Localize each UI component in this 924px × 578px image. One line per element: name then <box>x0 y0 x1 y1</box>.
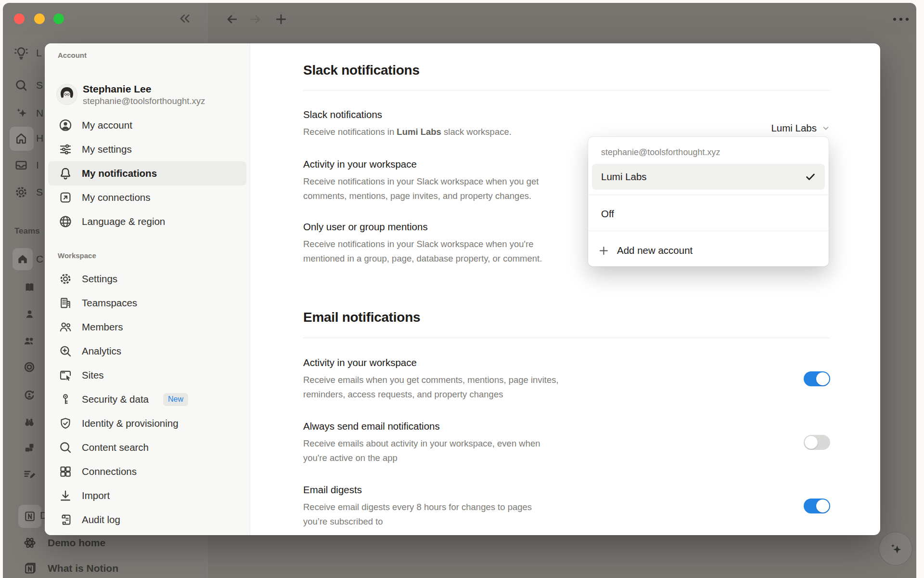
inbox-icon <box>13 158 29 173</box>
person-icon <box>24 308 36 320</box>
sidebar-item-label: Connections <box>82 466 137 477</box>
row-label: Slack notifications <box>303 107 512 122</box>
row-label: Activity in your workspace <box>303 355 559 370</box>
sparkles-icon <box>887 540 904 557</box>
grid-icon <box>58 464 73 479</box>
sidebar-item-label: Content search <box>82 442 149 453</box>
select-value: Lumi Labs <box>771 122 817 134</box>
target-icon <box>23 360 36 374</box>
zoom-window-button[interactable] <box>53 13 64 24</box>
bg-nav-lightbulb: L <box>13 45 42 61</box>
bg-page-label: Demo home <box>48 537 105 549</box>
bg-teamspace-home: C <box>16 253 43 265</box>
settings-modal: Account Stephanie Lee stephanie@toolsfor… <box>45 43 880 535</box>
desc-line: Receive emails about activity in your wo… <box>303 436 540 451</box>
always-send-email-toggle[interactable] <box>804 435 830 450</box>
sparkles-icon <box>13 105 29 121</box>
sidebar-item-identity-provisioning[interactable]: Identity & provisioning <box>48 411 246 435</box>
dropdown-divider <box>588 231 829 231</box>
row-label: Always send email notifications <box>303 419 540 434</box>
sidebar-item-my-account[interactable]: My account <box>48 113 246 137</box>
sidebar-item-language-region[interactable]: Language & region <box>48 210 246 234</box>
ai-sparkle-button <box>879 532 912 565</box>
email-activity-toggle[interactable] <box>804 371 830 386</box>
bg-nav-label: H <box>36 132 43 144</box>
user-name: Stephanie Lee <box>83 83 205 95</box>
bg-nav-settings: S <box>13 184 43 200</box>
sidebar-item-my-connections[interactable]: My connections <box>48 185 246 210</box>
user-identity: Stephanie Lee stephanie@toolsforthought.… <box>83 83 205 106</box>
sidebar-item-label: Teamspaces <box>82 297 137 309</box>
browser-cursor-icon <box>58 368 73 383</box>
sidebar-item-label: Analytics <box>82 345 121 357</box>
home-icon <box>13 131 29 146</box>
bg-nav-label: L <box>36 47 42 59</box>
minimize-window-button[interactable] <box>34 13 45 24</box>
sidebar-item-audit-log[interactable]: Audit log <box>48 508 246 532</box>
sidebar-item-label: Sites <box>82 369 104 381</box>
desc-line: you’re subscribed to <box>303 514 532 529</box>
sidebar-item-label: Language & region <box>82 216 165 227</box>
sidebar-item-sites[interactable]: Sites <box>48 363 246 387</box>
people-group-icon <box>23 334 36 348</box>
bg-nav-ai: N <box>13 105 43 121</box>
bg-nav-inbox: I <box>13 158 39 173</box>
email-digests-toggle[interactable] <box>804 499 830 513</box>
row-text: Always send email notifications Receive … <box>303 419 540 465</box>
desc-line: you're active on the app <box>303 451 540 465</box>
shield-check-icon <box>58 416 73 431</box>
atom-icon <box>23 536 37 550</box>
notifications-content: Slack notifications Slack notifications … <box>250 43 880 535</box>
sidebar-item-label: Members <box>82 321 123 333</box>
sidebar-item-settings[interactable]: Settings <box>48 267 246 291</box>
magnifier-plus-icon <box>58 343 73 359</box>
toggle-knob <box>816 372 829 385</box>
toggle-knob <box>805 436 818 449</box>
sidebar-item-label: Security & data <box>82 394 149 405</box>
user-email: stephanie@toolsforthought.xyz <box>83 95 205 106</box>
dropdown-divider <box>588 195 829 195</box>
workspace-section-label: Workspace <box>58 251 250 260</box>
section-divider <box>303 338 830 338</box>
sidebar-item-label: My notifications <box>82 168 157 179</box>
desc-line: reminders, access requests, and property… <box>303 387 559 402</box>
scroll-icon <box>58 512 73 527</box>
email-digests-row: Email digests Receive email digests ever… <box>303 483 830 529</box>
sidebar-item-members[interactable]: Members <box>48 315 246 339</box>
bg-nav-home: H <box>13 131 43 146</box>
add-new-account-option[interactable]: Add new account <box>588 238 829 263</box>
row-description: Receive emails about activity in your wo… <box>303 436 540 465</box>
sidebar-item-label: Import <box>82 490 110 501</box>
close-window-button[interactable] <box>14 13 25 24</box>
section-divider <box>303 90 830 91</box>
always-send-email-row: Always send email notifications Receive … <box>303 419 830 465</box>
slack-workspace-select[interactable]: Lumi Labs <box>771 122 830 134</box>
new-badge: New <box>163 393 188 406</box>
refresh-person-icon <box>23 388 36 402</box>
sidebar-item-import[interactable]: Import <box>48 484 246 508</box>
desc-part: slack workspace. <box>441 127 512 137</box>
avatar <box>57 84 77 105</box>
sidebar-item-teamspaces[interactable]: Teamspaces <box>48 291 246 315</box>
back-arrow-icon <box>225 13 239 26</box>
dropdown-option-lumi-labs[interactable]: Lumi Labs <box>592 164 825 190</box>
sidebar-item-connections[interactable]: Connections <box>48 460 246 484</box>
download-icon <box>58 488 73 503</box>
row-text: Slack notifications Receive notification… <box>303 107 512 139</box>
bg-teams-section-label: Teams <box>14 226 40 236</box>
sidebar-item-my-notifications[interactable]: My notifications <box>48 161 246 185</box>
row-description: Receive email digests every 8 hours for … <box>303 500 532 529</box>
sidebar-item-my-settings[interactable]: My settings <box>48 137 246 161</box>
bg-teamspace-letter: C <box>36 253 43 265</box>
row-description: Receive notifications in Lumi Labs slack… <box>303 125 512 139</box>
sidebar-item-analytics[interactable]: Analytics <box>48 339 246 363</box>
sliders-icon <box>58 142 73 157</box>
new-tab-icon <box>274 13 288 26</box>
sidebar-item-security-data[interactable]: Security & data New <box>48 387 246 411</box>
email-section-title: Email notifications <box>303 309 830 326</box>
arrow-up-right-square-icon <box>58 190 73 205</box>
slack-workspace-dropdown: stephanie@toolsforthought.xyz Lumi Labs … <box>588 137 829 266</box>
dropdown-option-off[interactable]: Off <box>588 201 829 226</box>
settings-sidebar: Account Stephanie Lee stephanie@toolsfor… <box>45 43 250 535</box>
sidebar-item-content-search[interactable]: Content search <box>48 435 246 460</box>
